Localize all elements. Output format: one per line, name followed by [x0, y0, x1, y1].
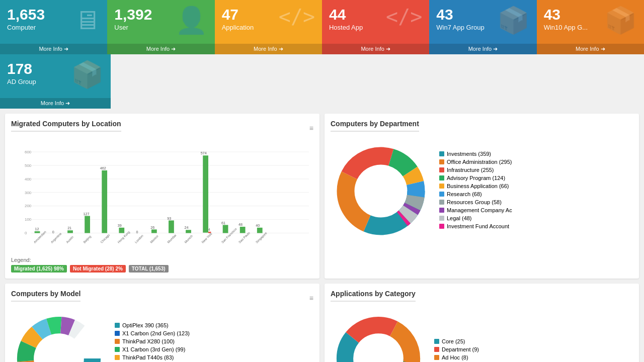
x280-dot [115, 339, 120, 344]
core-dot [434, 339, 439, 344]
model-legend-x280[interactable]: ThinkPad X280 (100) [115, 338, 190, 344]
svg-rect-53 [257, 228, 263, 233]
user-more-info[interactable]: More Info ➜ [107, 44, 214, 54]
dept-legend-investments[interactable]: Investments (359) [439, 151, 512, 157]
mgmt-dot [439, 208, 444, 213]
dept-legend-infra[interactable]: Infrastructure (255) [439, 167, 512, 173]
dept-legend-research[interactable]: Research (68) [439, 191, 512, 197]
adgroup-more-info[interactable]: More Info ➜ [0, 98, 111, 109]
win7-more-info[interactable]: More Info ➜ [429, 44, 536, 54]
office-label: Office Administration (295) [447, 159, 512, 165]
svg-text:93: 93 [167, 217, 171, 221]
dept-legend-mgmt[interactable]: Management Company Ac [439, 207, 512, 213]
dept-panel-header: Computers by Department [331, 120, 633, 137]
adhoc-dot [434, 355, 439, 360]
svg-rect-14 [35, 231, 40, 233]
svg-text:Mexico: Mexico [149, 234, 159, 244]
investment-fund-label: Investment Fund Account [447, 223, 509, 229]
migrated-menu-icon[interactable]: ≡ [309, 124, 313, 132]
bar-chart-area: 600 500 400 300 200 100 0 12 Amster [11, 141, 313, 253]
stat-card-win10: 43 Win10 App G... 📦 More Info ➜ [537, 0, 644, 54]
stat-card-hosted-app: 44 Hosted App </> More Info ➜ [322, 0, 429, 54]
migrated-title: Migrated Computers by Location [11, 120, 121, 132]
stat-card-computer: 1,653 Computer 🖥 More Info ➜ [0, 0, 107, 54]
x280-label: ThinkPad X280 (100) [122, 338, 175, 344]
dept-legend-resources[interactable]: Resources Group (58) [439, 199, 512, 205]
model-legend-x1c2[interactable]: X1 Carbon (2nd Gen) (123) [115, 330, 190, 336]
dept-donut-area: Investments (359) Office Administration … [331, 141, 633, 241]
dept-legend-office[interactable]: Office Administration (295) [439, 159, 512, 165]
hosted-more-info[interactable]: More Info ➜ [322, 44, 429, 54]
svg-text:26: 26 [150, 226, 154, 230]
legend-label: Legend: [11, 257, 313, 263]
svg-text:300: 300 [25, 191, 32, 195]
stat-card-application: 47 Application </> More Info ➜ [215, 0, 322, 54]
svg-text:Austin: Austin [65, 235, 74, 244]
model-legend-optiplex390[interactable]: OptiPlex 390 (365) [115, 322, 190, 328]
model-title: Computers by Model [11, 290, 80, 302]
app-legend-dept[interactable]: Department (9) [434, 346, 496, 352]
app-legend-core[interactable]: Core (25) [434, 338, 496, 344]
svg-rect-22 [85, 216, 90, 233]
app-icon: </> [279, 5, 315, 28]
svg-text:0: 0 [25, 231, 27, 235]
svg-rect-42 [203, 155, 208, 232]
svg-rect-39 [186, 230, 191, 233]
research-label: Research (68) [447, 191, 482, 197]
app-panel: Applications by Category Core (25) Depar… [325, 284, 639, 362]
app-donut-area: Core (25) Department (9) Ad Hoc (8) To B… [331, 311, 633, 362]
computer-more-info[interactable]: More Info ➜ [0, 44, 107, 54]
model-donut-svg [11, 311, 107, 362]
resources-dot [439, 200, 444, 205]
model-legend-x1c3[interactable]: X1 Carbon (3rd Gen) (99) [115, 346, 190, 352]
model-panel: Computers by Model ≡ OptiPlex 390 (365) [5, 284, 319, 362]
bizapp-dot [439, 184, 444, 189]
main-content: Migrated Computers by Location ≡ 600 500… [0, 109, 644, 362]
svg-text:574: 574 [201, 151, 207, 155]
svg-text:600: 600 [25, 150, 32, 154]
x1c2-dot [115, 331, 120, 336]
investment-fund-dot [439, 224, 444, 229]
svg-point-66 [361, 171, 401, 211]
app-title: Applications by Category [331, 290, 416, 302]
legend-items: Migrated (1,625) 98% Not Migrated (28) 2… [11, 265, 313, 273]
svg-text:Beijing: Beijing [83, 234, 92, 244]
app-more-info[interactable]: More Info ➜ [215, 44, 322, 54]
legal-dot [439, 216, 444, 221]
model-menu-icon[interactable]: ≡ [309, 294, 313, 302]
dept-legend-legal[interactable]: Legal (48) [439, 215, 512, 221]
svg-text:London: London [134, 234, 144, 244]
svg-text:New York: New York [201, 232, 213, 244]
svg-text:500: 500 [25, 163, 32, 168]
svg-rect-50 [240, 227, 246, 233]
app-legend: Core (25) Department (9) Ad Hoc (8) To B… [434, 338, 496, 362]
svg-text:40: 40 [256, 224, 260, 228]
x1c3-label: X1 Carbon (3rd Gen) (99) [122, 346, 185, 352]
dept-legend-advisory[interactable]: Advisory Program (124) [439, 175, 512, 181]
model-panel-header: Computers by Model ≡ [11, 290, 313, 307]
win10-more-info[interactable]: More Info ➜ [537, 44, 644, 54]
svg-text:0: 0 [136, 230, 138, 234]
core-label: Core (25) [442, 338, 465, 344]
mgmt-label: Management Company Ac [447, 207, 512, 213]
chart-legend: Legend: Migrated (1,625) 98% Not Migrate… [11, 257, 313, 273]
bizapp-label: Business Application (66) [447, 183, 509, 189]
svg-rect-33 [151, 229, 157, 233]
investments-dot [439, 151, 444, 156]
dept-panel: Computers by Department Investments (359 [325, 114, 639, 279]
svg-text:39: 39 [118, 224, 122, 228]
dept-legend-investment-fund[interactable]: Investment Fund Account [439, 223, 512, 229]
model-donut-area: OptiPlex 390 (365) X1 Carbon (2nd Gen) (… [11, 311, 313, 362]
adgroup-icon: 📦 [71, 59, 104, 90]
model-legend: OptiPlex 390 (365) X1 Carbon (2nd Gen) (… [115, 322, 190, 362]
stat-card-adgroup: 178 AD Group 📦 More Info ➜ [0, 54, 111, 109]
advisory-dot [439, 175, 444, 180]
svg-text:24: 24 [184, 226, 188, 230]
win7-icon: 📦 [497, 5, 530, 36]
infra-label: Infrastructure (255) [447, 167, 494, 173]
svg-rect-28 [119, 228, 124, 233]
model-legend-t440s[interactable]: ThinkPad T440s (83) [115, 354, 190, 360]
t440s-dot [115, 355, 120, 360]
app-legend-adhoc[interactable]: Ad Hoc (8) [434, 354, 496, 360]
dept-legend-bizapp[interactable]: Business Application (66) [439, 183, 512, 189]
